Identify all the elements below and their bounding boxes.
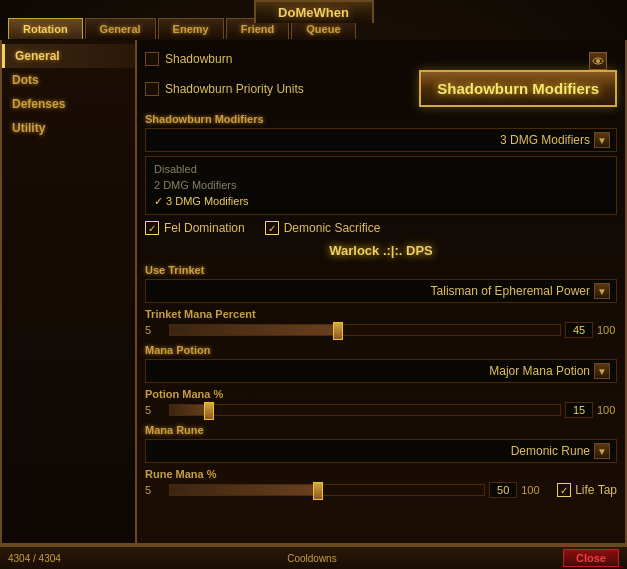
bottom-bar: 4304 / 4304 Cooldowns Close	[0, 545, 627, 569]
bottom-left-area: 4304 / 4304	[8, 553, 61, 564]
fel-domination-label: Fel Domination	[164, 221, 245, 235]
potion-mana-value-box: 15	[565, 402, 593, 418]
mana-potion-arrow-icon[interactable]: ▼	[594, 363, 610, 379]
tab-enemy[interactable]: Enemy	[158, 18, 224, 39]
window-title: DoMeWhen	[278, 5, 349, 20]
title-bar: DoMeWhen	[254, 0, 374, 23]
sidebar: General Dots Defenses Utility	[2, 40, 137, 543]
shadowburn-checkbox[interactable]	[145, 52, 159, 66]
dmg-modifiers-value: 3 DMG Modifiers	[152, 133, 590, 147]
mana-rune-dropdown[interactable]: Demonic Rune ▼	[145, 439, 617, 463]
potion-mana-min: 5	[145, 404, 165, 416]
main-window: DoMeWhen Rotation General Enemy Friend Q…	[0, 0, 627, 569]
right-panel: Shadowburn Shadowburn Priority Units Sha…	[137, 40, 625, 543]
tab-general[interactable]: General	[85, 18, 156, 39]
sidebar-item-defenses[interactable]: Defenses	[2, 92, 135, 116]
sidebar-item-dots[interactable]: Dots	[2, 68, 135, 92]
life-tap-checkbox[interactable]: ✓	[557, 483, 571, 497]
gold-title: Warlock .:|:. DPS	[145, 243, 617, 258]
mana-rune-label: Mana Rune	[145, 424, 617, 436]
priority-checkbox[interactable]	[145, 82, 159, 96]
shadowburn-row: Shadowburn	[145, 52, 617, 66]
shadowburn-modifiers-button[interactable]: Shadowburn Modifiers	[419, 70, 617, 107]
rune-mana-value-box: 50	[489, 482, 517, 498]
rune-mana-label: Rune Mana %	[145, 468, 617, 480]
trinket-mana-min: 5	[145, 324, 165, 336]
demonic-sacrifice-label: Demonic Sacrifice	[284, 221, 381, 235]
trinket-mana-max: 100	[597, 324, 617, 336]
trinket-mana-slider-row: 5 45 100	[145, 322, 617, 338]
use-trinket-header: Use Trinket	[145, 264, 617, 276]
mana-rune-arrow-icon[interactable]: ▼	[594, 443, 610, 459]
sidebar-item-utility[interactable]: Utility	[2, 116, 135, 140]
eye-icon-area	[589, 52, 607, 70]
life-tap-group: ✓ Life Tap	[557, 483, 617, 497]
rune-mana-fill	[170, 485, 318, 495]
fel-demonic-row: ✓ Fel Domination ✓ Demonic Sacrifice	[145, 221, 617, 235]
rune-mana-thumb[interactable]	[313, 482, 323, 500]
potion-mana-track[interactable]	[169, 404, 561, 416]
life-tap-label: Life Tap	[575, 483, 617, 497]
dmg-modifiers-dropdown[interactable]: 3 DMG Modifiers ▼	[145, 128, 617, 152]
trinket-dropdown[interactable]: Talisman of Epheremal Power ▼	[145, 279, 617, 303]
demonic-sacrifice-group: ✓ Demonic Sacrifice	[265, 221, 381, 235]
priority-check-group: Shadowburn Priority Units	[145, 82, 304, 96]
mana-potion-label: Mana Potion	[145, 344, 617, 356]
mana-potion-dropdown[interactable]: Major Mana Potion ▼	[145, 359, 617, 383]
hp-text: 4304 / 4304	[8, 553, 61, 564]
potion-mana-slider-row: 5 15 100	[145, 402, 617, 418]
sidebar-item-general[interactable]: General	[2, 44, 135, 68]
trinket-value: Talisman of Epheremal Power	[152, 284, 590, 298]
list-item-3dmg[interactable]: 3 DMG Modifiers	[150, 193, 612, 210]
demonic-sacrifice-checkbox[interactable]: ✓	[265, 221, 279, 235]
fel-domination-checkbox[interactable]: ✓	[145, 221, 159, 235]
mana-potion-value: Major Mana Potion	[152, 364, 590, 378]
shadowburn-label: Shadowburn	[165, 52, 232, 66]
rune-mana-track[interactable]	[169, 484, 485, 496]
trinket-mana-track[interactable]	[169, 324, 561, 336]
tab-rotation[interactable]: Rotation	[8, 18, 83, 39]
trinket-arrow-icon[interactable]: ▼	[594, 283, 610, 299]
content-wrapper: General Dots Defenses Utility Shadowburn	[0, 40, 627, 545]
trinket-mana-value-box: 45	[565, 322, 593, 338]
rune-mana-slider-row: 5 50 100 ✓ Life Tap	[145, 482, 617, 498]
potion-mana-thumb[interactable]	[204, 402, 214, 420]
trinket-mana-thumb[interactable]	[333, 322, 343, 340]
list-item-disabled[interactable]: Disabled	[150, 161, 612, 177]
svg-point-1	[596, 59, 600, 63]
shadowburn-priority-row: Shadowburn Priority Units Shadowburn Mod…	[145, 70, 617, 107]
shadowburn-modifiers-header: Shadowburn Modifiers	[145, 113, 617, 125]
fel-domination-group: ✓ Fel Domination	[145, 221, 245, 235]
rune-mana-min: 5	[145, 484, 165, 496]
eye-icon[interactable]	[589, 52, 607, 70]
priority-label: Shadowburn Priority Units	[165, 82, 304, 96]
potion-mana-max: 100	[597, 404, 617, 416]
list-item-2dmg[interactable]: 2 DMG Modifiers	[150, 177, 612, 193]
close-button[interactable]: Close	[563, 549, 619, 567]
trinket-mana-fill	[170, 325, 338, 335]
modifiers-listbox: Disabled 2 DMG Modifiers 3 DMG Modifiers	[145, 156, 617, 215]
cooldowns-label: Cooldowns	[287, 553, 336, 564]
mana-rune-value: Demonic Rune	[152, 444, 590, 458]
dropdown-arrow-icon[interactable]: ▼	[594, 132, 610, 148]
trinket-mana-label: Trinket Mana Percent	[145, 308, 617, 320]
potion-mana-label: Potion Mana %	[145, 388, 617, 400]
rune-mana-max: 100	[521, 484, 541, 496]
